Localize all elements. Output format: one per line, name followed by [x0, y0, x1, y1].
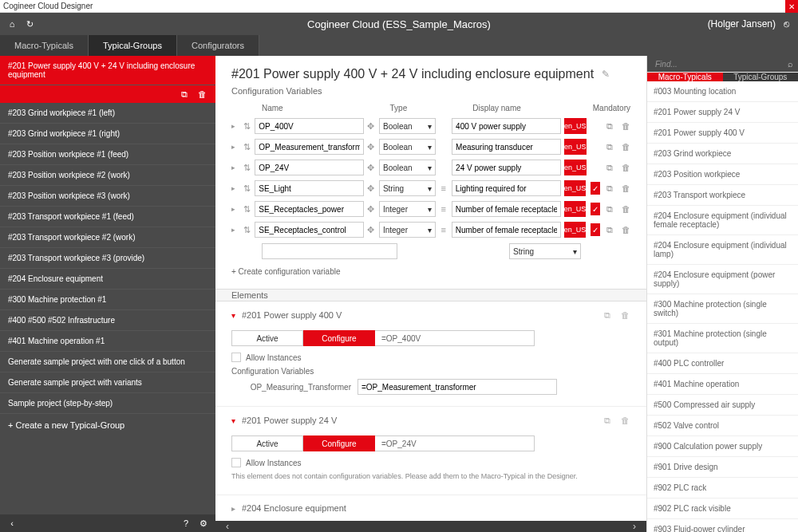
var-name-input[interactable] — [255, 222, 364, 238]
copy-icon[interactable]: ⧉ — [606, 183, 615, 194]
drag-handle-icon[interactable]: ⇅ — [243, 183, 252, 194]
drag-handle-icon[interactable]: ⇅ — [243, 121, 252, 132]
right-list-item[interactable]: #401 Machine operation — [647, 374, 798, 395]
move-icon[interactable]: ✥ — [367, 204, 376, 215]
lang-badge[interactable]: en_US — [564, 201, 587, 217]
edit-icon[interactable]: ✎ — [600, 69, 611, 80]
var-type-select[interactable]: String▾ — [379, 180, 436, 196]
drag-handle-icon[interactable]: ⇅ — [243, 204, 252, 215]
lang-badge[interactable]: en_US — [564, 180, 587, 196]
home-icon[interactable]: ⌂ — [6, 18, 18, 30]
list-icon[interactable]: ≡ — [439, 225, 448, 234]
mandatory-checkbox[interactable]: ✓ — [591, 203, 600, 215]
right-list-item[interactable]: #204 Enclosure equipment (power supply) — [647, 265, 798, 294]
var-type-select[interactable]: Boolean▾ — [379, 160, 436, 175]
help-icon[interactable]: ? — [180, 518, 192, 529]
tab-macro-typicals[interactable]: Macro-Typicals — [0, 35, 89, 56]
right-list-item[interactable]: #203 Transport workpiece — [647, 185, 798, 206]
delete-icon[interactable]: 🗑 — [622, 121, 630, 131]
allow-instances-checkbox[interactable] — [231, 458, 241, 467]
chevron-right-icon[interactable]: ▸ — [231, 205, 240, 213]
sidebar-item[interactable]: Sample project (step-by-step) — [0, 393, 215, 414]
right-tab-typical-groups[interactable]: Typical-Groups — [723, 73, 799, 81]
copy-icon[interactable]: ⧉ — [606, 204, 615, 215]
copy-icon[interactable]: ⧉ — [606, 225, 615, 235]
sidebar-item[interactable]: #203 Transport workpiece #3 (provide) — [0, 248, 215, 269]
create-config-var[interactable]: + Create configuration variable — [215, 262, 646, 281]
var-display-input[interactable] — [452, 201, 561, 217]
allow-instances-checkbox[interactable] — [231, 353, 241, 362]
window-close-button[interactable]: ✕ — [785, 0, 798, 13]
refresh-icon[interactable]: ↻ — [24, 18, 35, 30]
configure-toggle[interactable]: Configure — [303, 330, 375, 346]
new-var-name-input[interactable] — [262, 243, 397, 259]
move-icon[interactable]: ✥ — [367, 183, 376, 194]
var-display-input[interactable] — [452, 222, 561, 238]
drag-handle-icon[interactable]: ⇅ — [243, 142, 252, 152]
right-list-item[interactable]: #902 PLC rack — [647, 478, 798, 499]
tab-typical-groups[interactable]: Typical-Groups — [89, 35, 177, 56]
right-list-item[interactable]: #201 Power supply 400 V — [647, 123, 798, 144]
var-display-input[interactable] — [452, 118, 561, 134]
sidebar-item[interactable]: #203 Position workpiece #1 (feed) — [0, 144, 215, 165]
copy-icon[interactable]: ⧉ — [606, 163, 615, 173]
chevron-right-icon[interactable]: ▸ — [231, 122, 240, 130]
sidebar-item[interactable]: #400 #500 #502 Infrastructure — [0, 310, 215, 331]
sidebar-item[interactable]: #203 Position workpiece #3 (work) — [0, 186, 215, 207]
field-value-input[interactable] — [358, 379, 557, 395]
delete-icon[interactable]: 🗑 — [622, 204, 630, 214]
right-tab-macro-typicals[interactable]: Macro-Typicals — [647, 73, 723, 81]
search-input[interactable] — [652, 56, 788, 72]
right-list-item[interactable]: #900 Calculation power supply — [647, 436, 798, 457]
configure-value[interactable]: =OP_400V — [375, 330, 535, 346]
right-list-item[interactable]: #201 Power supply 24 V — [647, 102, 798, 123]
right-list-item[interactable]: #204 Enclosure equipment (individual lam… — [647, 235, 798, 265]
configure-value[interactable]: =OP_24V — [375, 435, 535, 451]
var-name-input[interactable] — [255, 139, 364, 155]
move-icon[interactable]: ✥ — [367, 163, 376, 173]
var-type-select[interactable]: Integer▾ — [379, 222, 436, 238]
chevron-right-icon[interactable]: ▸ — [231, 184, 240, 192]
delete-icon[interactable]: 🗑 — [619, 309, 630, 321]
gear-icon[interactable]: ⚙ — [198, 518, 209, 529]
right-list-item[interactable]: #301 Machine protection (single output) — [647, 324, 798, 353]
sidebar-item[interactable]: #203 Grind workpiece #1 (left) — [0, 103, 215, 124]
chevron-left-icon[interactable]: ‹ — [222, 521, 233, 532]
delete-icon[interactable]: 🗑 — [622, 225, 630, 234]
chevron-right-icon[interactable]: ▸ — [231, 226, 240, 234]
sidebar-item[interactable]: #203 Transport workpiece #2 (work) — [0, 227, 215, 248]
drag-handle-icon[interactable]: ⇅ — [243, 163, 252, 173]
var-display-input[interactable] — [452, 139, 561, 155]
chevron-right-icon[interactable]: ▸ — [231, 504, 235, 513]
active-toggle[interactable]: Active — [231, 435, 303, 451]
sidebar-item[interactable]: #201 Power supply 400 V + 24 V including… — [0, 56, 215, 85]
list-icon[interactable]: ≡ — [439, 204, 448, 214]
var-display-input[interactable] — [452, 180, 561, 196]
right-list-item[interactable]: #204 Enclosure equipment (individual fem… — [647, 206, 798, 235]
right-list-item[interactable]: #203 Grind workpiece — [647, 144, 798, 164]
right-list-item[interactable]: #901 Drive design — [647, 457, 798, 478]
chevron-down-icon[interactable]: ▾ — [231, 416, 235, 425]
configure-toggle[interactable]: Configure — [303, 435, 375, 451]
var-type-select[interactable]: Integer▾ — [379, 201, 436, 217]
delete-icon[interactable]: 🗑 — [622, 183, 630, 193]
lang-badge[interactable]: en_US — [564, 118, 587, 134]
delete-icon[interactable]: 🗑 — [622, 142, 630, 152]
move-icon[interactable]: ✥ — [367, 225, 376, 235]
chevron-down-icon[interactable]: ▾ — [231, 311, 235, 320]
delete-icon[interactable]: 🗑 — [622, 163, 630, 172]
right-list-item[interactable]: #903 Fluid-power cylinder — [647, 519, 798, 532]
copy-icon[interactable]: ⧉ — [606, 142, 615, 152]
mandatory-checkbox[interactable]: ✓ — [591, 223, 600, 236]
sidebar-item[interactable]: Generate sample project with variants — [0, 372, 215, 393]
right-list-item[interactable]: #003 Mounting location — [647, 81, 798, 102]
sidebar-item[interactable]: #203 Position workpiece #2 (work) — [0, 165, 215, 186]
move-icon[interactable]: ✥ — [367, 121, 376, 132]
copy-icon[interactable]: ⧉ — [606, 121, 615, 132]
sidebar-item[interactable]: Generate sample project with one click o… — [0, 352, 215, 372]
chevron-right-icon[interactable]: ▸ — [231, 143, 240, 151]
sidebar-item[interactable]: #300 Machine protection #1 — [0, 290, 215, 310]
var-name-input[interactable] — [255, 118, 364, 134]
move-icon[interactable]: ✥ — [367, 142, 376, 152]
copy-icon[interactable]: ⧉ — [602, 309, 613, 321]
